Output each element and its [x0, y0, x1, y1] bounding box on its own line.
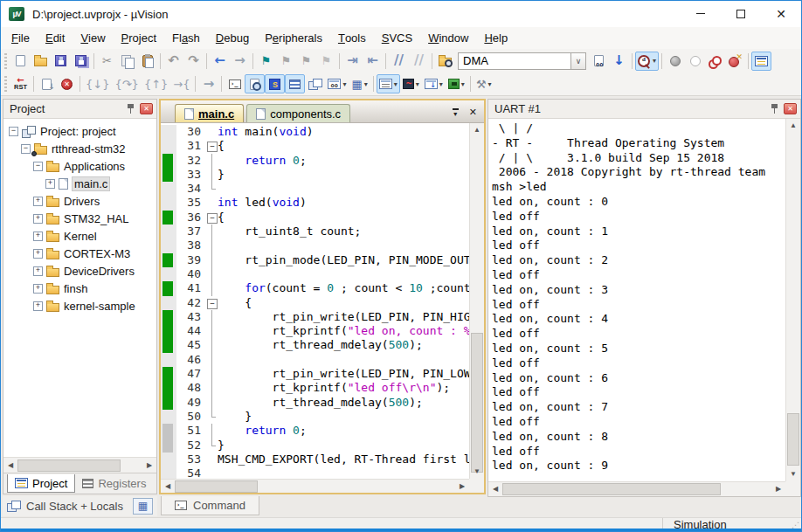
call-stack-window-button[interactable]: [305, 74, 325, 93]
scroll-thumb[interactable]: [175, 480, 258, 493]
kill-all-breakpoints-button[interactable]: [725, 52, 745, 71]
memory-window-button[interactable]: ▦▾: [349, 74, 370, 93]
tree-item-applications[interactable]: −Applications: [3, 157, 156, 175]
expander-icon[interactable]: +: [45, 179, 55, 189]
tree-item-drivers[interactable]: +Drivers: [3, 192, 156, 210]
tree-item-rtthread-stm32[interactable]: −rtthread-stm32: [3, 140, 156, 157]
open-file-button[interactable]: [31, 52, 51, 71]
scroll-up-icon[interactable]: ▲: [786, 119, 800, 133]
find-in-files-window-button[interactable]: [589, 52, 609, 71]
run-to-line-button[interactable]: →{: [170, 74, 192, 93]
step-out-button[interactable]: {↑}: [142, 74, 170, 93]
menu-window[interactable]: Window: [420, 27, 476, 49]
scroll-right-icon[interactable]: ▶: [455, 480, 469, 494]
new-file-button[interactable]: [10, 52, 31, 71]
undo-button[interactable]: ↶: [163, 52, 183, 71]
tree-item-main-c[interactable]: +main.c: [3, 175, 156, 192]
tab-list-dropdown-icon[interactable]: ▼: [453, 108, 459, 117]
minimize-button[interactable]: [681, 1, 721, 26]
uart-vscrollbar[interactable]: ▲ ▼: [785, 119, 800, 481]
code-editor[interactable]: 30int main(void)31{32 return 0;33}3435in…: [161, 123, 469, 479]
unindent-button[interactable]: ⇤: [363, 52, 383, 71]
tree-item-kernel-sample[interactable]: +kernel-sample: [3, 297, 156, 314]
window-layout-button[interactable]: [751, 52, 771, 71]
highlight-word-button[interactable]: ▾: [635, 52, 659, 71]
indent-button[interactable]: ⇥: [342, 52, 363, 71]
menu-file[interactable]: File: [3, 27, 38, 49]
previous-bookmark-button[interactable]: ⚑: [276, 52, 296, 71]
expander-icon[interactable]: +: [33, 197, 43, 206]
system-viewer-button[interactable]: ▾: [422, 74, 446, 93]
expander-icon[interactable]: −: [9, 127, 18, 136]
disassembly-window-button[interactable]: [245, 74, 265, 93]
expander-icon[interactable]: +: [33, 284, 43, 294]
tree-item-finsh[interactable]: +finsh: [3, 280, 156, 297]
editor-vscrollbar[interactable]: ▲ ▼: [469, 123, 484, 479]
insert-trace-button[interactable]: [37, 74, 57, 93]
find-combo-input[interactable]: [458, 52, 571, 70]
scroll-down-icon[interactable]: ▼: [786, 467, 800, 481]
next-bookmark-button[interactable]: ⚑: [296, 52, 316, 71]
menu-tools[interactable]: Tools: [330, 27, 374, 49]
expander-icon[interactable]: +: [33, 301, 43, 311]
scroll-down-icon[interactable]: ▼: [470, 465, 484, 479]
pin-icon[interactable]: [771, 104, 778, 114]
tree-item-kernel[interactable]: +Kernel: [3, 227, 156, 245]
toolbar-grip-icon[interactable]: [4, 53, 7, 69]
save-button[interactable]: [51, 52, 71, 71]
symbol-window-button[interactable]: [265, 74, 285, 93]
navigate-back-button[interactable]: ←: [210, 52, 230, 71]
menu-view[interactable]: View: [73, 27, 113, 49]
combo-dropdown-icon[interactable]: ∨: [571, 52, 586, 70]
menu-edit[interactable]: Edit: [38, 27, 73, 49]
expander-icon[interactable]: +: [33, 249, 43, 259]
scroll-right-icon[interactable]: ▶: [142, 459, 156, 473]
menu-peripherals[interactable]: Peripherals: [257, 27, 330, 49]
tab-components-c[interactable]: components.c: [246, 104, 350, 122]
find-in-files-button[interactable]: [435, 52, 455, 71]
uart-hscrollbar[interactable]: ◀ ▶: [488, 481, 785, 496]
editor-hscrollbar[interactable]: ◀ ▶: [161, 479, 469, 493]
copy-button[interactable]: [117, 52, 137, 71]
expander-icon[interactable]: +: [33, 214, 43, 224]
redo-button[interactable]: ↷: [183, 52, 204, 71]
insert-bookmark-button[interactable]: ⚑: [256, 52, 276, 71]
disable-all-breakpoints-button[interactable]: [705, 52, 725, 71]
tree-item-project-project[interactable]: −Project: project: [3, 122, 156, 140]
close-panel-icon[interactable]: ✕: [784, 103, 797, 114]
enable-breakpoint-button[interactable]: [685, 52, 705, 71]
maximize-button[interactable]: [721, 1, 761, 26]
configure-tools-button[interactable]: ⚒▾: [474, 74, 494, 93]
save-all-button[interactable]: [71, 52, 91, 71]
tree-item-stm32-hal[interactable]: +STM32_HAL: [3, 210, 156, 227]
watch-window-button[interactable]: ▾: [325, 74, 349, 93]
close-document-icon[interactable]: ✕: [469, 107, 477, 117]
uncomment-button[interactable]: //: [409, 52, 429, 71]
toggle-breakpoint-button[interactable]: [665, 52, 685, 71]
reset-cpu-button[interactable]: ←RST: [10, 74, 31, 93]
scroll-thumb[interactable]: [471, 333, 483, 473]
close-button[interactable]: ✕: [761, 1, 801, 26]
expander-icon[interactable]: +: [33, 231, 43, 241]
pin-icon[interactable]: [127, 104, 135, 114]
menu-help[interactable]: Help: [476, 27, 515, 49]
project-tree-hscrollbar[interactable]: ◀ ▶: [3, 457, 156, 473]
comment-button[interactable]: //: [389, 52, 409, 71]
registers-window-button[interactable]: [285, 74, 305, 93]
tree-item-cortex-m3[interactable]: +CORTEX-M3: [3, 245, 156, 262]
logic-analyzer-button[interactable]: ▾: [400, 74, 422, 93]
menu-debug[interactable]: Debug: [208, 27, 257, 49]
scroll-thumb[interactable]: [502, 483, 721, 495]
menu-project[interactable]: Project: [114, 27, 164, 49]
expander-icon[interactable]: −: [33, 162, 43, 171]
paste-button[interactable]: [137, 52, 157, 71]
scroll-thumb[interactable]: [17, 459, 121, 472]
step-into-button[interactable]: {↓}: [83, 74, 112, 93]
scroll-up-icon[interactable]: ▲: [470, 123, 484, 137]
tab-command[interactable]: Command: [161, 496, 259, 515]
menu-svcs[interactable]: SVCS: [374, 27, 420, 49]
scroll-left-icon[interactable]: ◀: [161, 480, 175, 494]
expander-icon[interactable]: +: [33, 266, 43, 276]
run-button[interactable]: →: [198, 74, 218, 93]
project-tree[interactable]: −Project: project−rtthread-stm32−Applica…: [3, 119, 156, 457]
